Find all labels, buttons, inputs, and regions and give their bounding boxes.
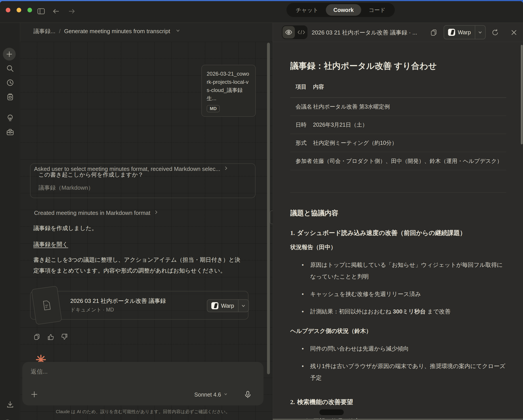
traffic-light-minimize[interactable] bbox=[16, 8, 21, 12]
warp-button-dropdown[interactable] bbox=[475, 26, 485, 39]
row-value: 2026年3月21日（土） bbox=[313, 119, 506, 130]
desktop-background: チャット Cowork コード bbox=[0, 0, 523, 420]
microphone-icon[interactable] bbox=[244, 390, 252, 400]
new-chat-button[interactable] bbox=[3, 48, 16, 61]
app-window: チャット Cowork コード bbox=[0, 1, 523, 420]
chat-scrollbar-thumb[interactable] bbox=[267, 43, 270, 374]
model-name: Sonnet 4.6 bbox=[194, 391, 221, 398]
plus-icon bbox=[6, 50, 13, 58]
search-icon[interactable] bbox=[0, 64, 20, 73]
attachment-file-card[interactable]: 2026-03-21_cowork-projects-local-vs-clou… bbox=[201, 65, 256, 117]
bullet-bold-text: 300ミリ秒台 bbox=[393, 308, 426, 315]
reply-composer[interactable]: 返信... Sonnet 4.6 bbox=[22, 362, 263, 405]
table-row: 日時 2026年3月21日（土） bbox=[290, 116, 506, 134]
meeting-info-table: 項目 内容 会議名 社内ポータル改善 第3水曜定例 日時 2026年3月21日（… bbox=[290, 80, 506, 170]
forward-arrow-icon[interactable] bbox=[67, 7, 76, 16]
table-header-label: 項目 bbox=[290, 81, 313, 92]
document-thumbnail bbox=[31, 286, 62, 325]
agenda-section-heading: 議題と協議内容 bbox=[290, 208, 506, 218]
artifact-header: 2026 03 21 社内ポータル改善 議事録 · ... Warp bbox=[273, 23, 523, 42]
document-page-icon bbox=[41, 299, 52, 311]
tab-cowork[interactable]: Cowork bbox=[326, 4, 361, 16]
model-selector[interactable]: Sonnet 4.6 bbox=[194, 391, 228, 398]
code-view-icon[interactable] bbox=[295, 25, 308, 39]
ai-disclaimer: Claude は AI のため、誤りを含む可能性があります。回答内容は必ずご確認… bbox=[22, 409, 263, 415]
sidebar: TS bbox=[0, 23, 20, 420]
title-bar: チャット Cowork コード bbox=[0, 1, 523, 23]
open-in-warp-button[interactable]: Warp bbox=[207, 299, 249, 312]
tool-event-label: Created meeting minutes in Markdown form… bbox=[34, 210, 150, 216]
panel-scrollbar-thumb[interactable] bbox=[521, 45, 523, 144]
bullet-item: 計測結果：初回以外はおおむね 300ミリ秒台 まで改善 bbox=[290, 306, 506, 317]
artifact-title: 2026 03 21 社内ポータル改善 議事録 · ... bbox=[312, 29, 417, 36]
briefcase-icon[interactable] bbox=[0, 128, 20, 136]
bullet-item: 残り1件は古いブラウザが原因の端末であり、推奨環境の案内にてクローズ予定 bbox=[290, 360, 506, 384]
breadcrumb-project[interactable]: 議事録... bbox=[33, 27, 56, 35]
chevron-right-icon bbox=[153, 210, 159, 216]
bullet-item: キャッシュを挟む改修を先週リリース済み bbox=[290, 288, 506, 300]
warp-button-label: Warp bbox=[221, 303, 234, 309]
question-text: この書き起こしから何を作成しますか？ bbox=[39, 171, 247, 179]
row-label: 会議名 bbox=[290, 101, 313, 112]
attachment-type-badge: MD bbox=[207, 105, 220, 112]
tab-chat[interactable]: チャット bbox=[288, 4, 326, 16]
chevron-down-icon bbox=[223, 391, 228, 398]
topic-1-heading: 1.ダッシュボード読み込み速度の改善（前回からの継続課題） bbox=[290, 229, 506, 237]
chevron-down-icon[interactable] bbox=[175, 28, 181, 35]
bullet-list: 原因はトップに掲載している「お知らせ」ウィジェットが毎回フル取得になっていたこと… bbox=[290, 259, 506, 317]
chat-panel: 議事録... / Generate meeting minutes from t… bbox=[20, 23, 273, 420]
warp-button-dropdown[interactable] bbox=[238, 300, 248, 312]
row-value: 社内ポータル改善 第3水曜定例 bbox=[313, 101, 506, 112]
back-arrow-icon[interactable] bbox=[52, 7, 61, 16]
breadcrumb-task-title[interactable]: Generate meeting minutes from transcript bbox=[64, 28, 170, 35]
copy-message-icon[interactable] bbox=[33, 333, 41, 341]
warp-button-main[interactable]: Warp bbox=[207, 300, 238, 312]
refresh-icon[interactable] bbox=[491, 29, 499, 37]
open-minutes-link[interactable]: 議事録を開く bbox=[33, 239, 68, 250]
streaming-indicator-pill bbox=[319, 409, 344, 415]
warp-logo-icon bbox=[211, 302, 218, 309]
row-label: 形式 bbox=[290, 138, 313, 148]
document-heading: 議事録：社内ポータル改善 すり合わせ bbox=[290, 60, 506, 72]
table-header-value: 内容 bbox=[313, 81, 506, 92]
traffic-light-zoom[interactable] bbox=[27, 8, 32, 12]
close-icon[interactable] bbox=[510, 29, 518, 37]
tool-event-created-minutes[interactable]: Created meeting minutes in Markdown form… bbox=[34, 210, 159, 216]
warp-button-main[interactable]: Warp bbox=[444, 26, 475, 39]
bullet-list: 同件の問い合わせは先週から減少傾向 残り1件は古いブラウザが原因の端末であり、推… bbox=[290, 343, 506, 384]
panel-bottom-strip bbox=[273, 419, 523, 420]
row-value: 社内定例ミーティング（約10分） bbox=[313, 138, 506, 148]
history-clock-icon[interactable] bbox=[0, 78, 20, 87]
open-in-warp-button[interactable]: Warp bbox=[444, 25, 486, 39]
preview-eye-icon[interactable] bbox=[283, 26, 295, 39]
tab-code[interactable]: コード bbox=[361, 4, 393, 16]
artifact-panel: 2026 03 21 社内ポータル改善 議事録 · ... Warp bbox=[273, 23, 523, 420]
format-question-card[interactable]: この書き起こしから何を作成しますか？ 議事録（Markdown） bbox=[30, 163, 255, 198]
traffic-light-close[interactable] bbox=[6, 8, 10, 12]
document-content: 議事録：社内ポータル改善 すり合わせ 項目 内容 会議名 社内ポータル改善 第3… bbox=[290, 42, 506, 420]
backpack-icon[interactable] bbox=[0, 93, 20, 101]
lightbulb-icon[interactable] bbox=[0, 114, 20, 122]
thumbs-down-icon[interactable] bbox=[61, 333, 68, 341]
sidebar-toggle-icon[interactable] bbox=[37, 7, 46, 16]
table-row: 参加者 佐藤（司会・プロダクト側）、田中（開発）、鈴木（運用・ヘルプデスク） bbox=[290, 152, 506, 170]
bullet-item: 同件の問い合わせは先週から減少傾向 bbox=[290, 343, 506, 354]
thumbs-up-icon[interactable] bbox=[47, 333, 54, 341]
table-row: 会議名 社内ポータル改善 第3水曜定例 bbox=[290, 98, 506, 116]
chevron-down-icon bbox=[477, 30, 483, 35]
topic-title: ダッシュボード読み込み速度の改善（前回からの継続課題） bbox=[297, 230, 466, 236]
copy-artifact-icon[interactable] bbox=[430, 29, 438, 37]
document-result-card[interactable]: 2026 03 21 社内ポータル改善 議事録 ドキュメント · MD Warp bbox=[30, 291, 248, 320]
warp-button-label: Warp bbox=[458, 29, 471, 36]
bullet-text: まで改善 bbox=[426, 308, 450, 315]
mode-tab-switch: チャット Cowork コード bbox=[286, 3, 395, 17]
chevron-down-icon bbox=[241, 303, 246, 308]
download-icon[interactable] bbox=[0, 400, 20, 409]
topic-title: 検索機能の改善要望 bbox=[297, 399, 353, 405]
attach-plus-icon[interactable] bbox=[30, 390, 38, 399]
table-row: 形式 社内定例ミーティング（約10分） bbox=[290, 134, 506, 152]
preview-code-toggle bbox=[282, 25, 308, 39]
assistant-message-created: 議事録を作成しました。 bbox=[33, 223, 97, 234]
breadcrumb[interactable]: 議事録... / Generate meeting minutes from t… bbox=[33, 27, 181, 36]
document-card-subtitle: ドキュメント · MD bbox=[70, 306, 114, 313]
